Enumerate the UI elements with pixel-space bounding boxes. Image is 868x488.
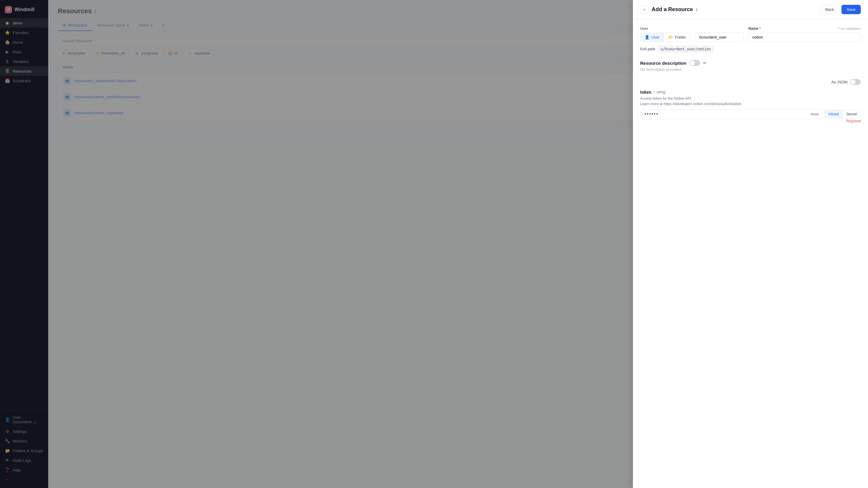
user-input-section [695,27,744,42]
no-description-text: No description provided [640,67,861,72]
name-field-section: Name * '/' for subfolders [748,27,861,42]
subfolders-hint: '/' for subfolders [838,27,861,30]
secret-button[interactable]: Secret [843,110,861,118]
as-json-toggle-slider [850,79,861,85]
description-toggle[interactable] [689,60,700,66]
user-value-label [695,27,744,31]
modal-header: × Add a Resource ℹ Back Save [633,0,868,19]
user-input[interactable] [695,33,744,42]
inlined-button[interactable]: Inlined [825,110,843,118]
path-row: User 👤 User 📁 Folder [640,27,861,42]
add-resource-modal: × Add a Resource ℹ Back Save User 👤 User [633,0,868,488]
token-input-row: show Inlined Secret [640,109,861,119]
token-field-type: string [656,90,665,94]
path-section: User 👤 User 📁 Folder [640,27,861,53]
modal-body: User 👤 User 📁 Folder [633,19,868,488]
path-type-section: User 👤 User 📁 Folder [640,27,690,42]
required-text: Required [640,119,861,123]
fullpath-value: u/hcourdent_user/notion [658,45,714,53]
user-section-label: User [640,27,690,31]
folder-type-label: Folder [675,35,686,39]
back-button[interactable]: Back [820,5,839,14]
token-desc-line2: Learn more at https://developers.notion.… [640,101,861,107]
folder-type-icon: 📁 [668,35,673,39]
user-type-label: User [651,35,659,39]
modal-title: Add a Resource [652,6,693,13]
token-input[interactable] [640,109,822,119]
token-field-section: token * string Access token for the Noti… [640,90,861,123]
edit-description-icon[interactable]: ✏ [703,61,707,65]
name-input[interactable] [748,33,861,42]
user-type-button[interactable]: 👤 User [641,33,664,41]
token-field-description: Access token for the Notion API. Learn m… [640,96,861,107]
as-json-row: As JSON [640,79,861,85]
token-desc-line2-text: Learn more at https://developers.notion.… [640,102,741,106]
close-icon: × [643,7,646,12]
save-button[interactable]: Save [841,5,861,14]
resource-description-text: Resource description [640,61,686,66]
as-json-label: As JSON [832,80,847,84]
token-desc-line1: Access token for the Notion API. [640,96,861,101]
modal-actions: Back Save [820,5,861,14]
user-type-icon: 👤 [645,35,650,39]
token-field-header: token * string [640,90,861,95]
name-label-value: Name [748,27,758,31]
path-type-selector: 👤 User 📁 Folder [640,33,690,42]
fullpath-label: Full path [640,47,655,51]
name-required-star: * [759,27,761,31]
show-token-button[interactable]: show [810,112,819,116]
as-json-toggle[interactable] [850,79,861,85]
resource-description-section: Resource description ✏ No description pr… [640,60,861,72]
folder-type-button[interactable]: 📁 Folder [664,33,690,41]
toggle-slider [689,60,700,66]
token-field-name: token [640,90,651,95]
modal-info-icon[interactable]: ℹ [696,7,698,12]
modal-title-row: × Add a Resource ℹ [640,5,698,14]
fullpath-row: Full path u/hcourdent_user/notion [640,45,861,53]
token-required-star: * [653,90,655,95]
token-type-buttons: Inlined Secret [824,110,861,119]
token-input-wrap: show [640,109,822,119]
name-label-text: Name * [748,27,761,31]
name-label-row: Name * '/' for subfolders [748,27,861,31]
resource-description-label: Resource description ✏ [640,60,861,66]
modal-close-button[interactable]: × [640,5,649,14]
